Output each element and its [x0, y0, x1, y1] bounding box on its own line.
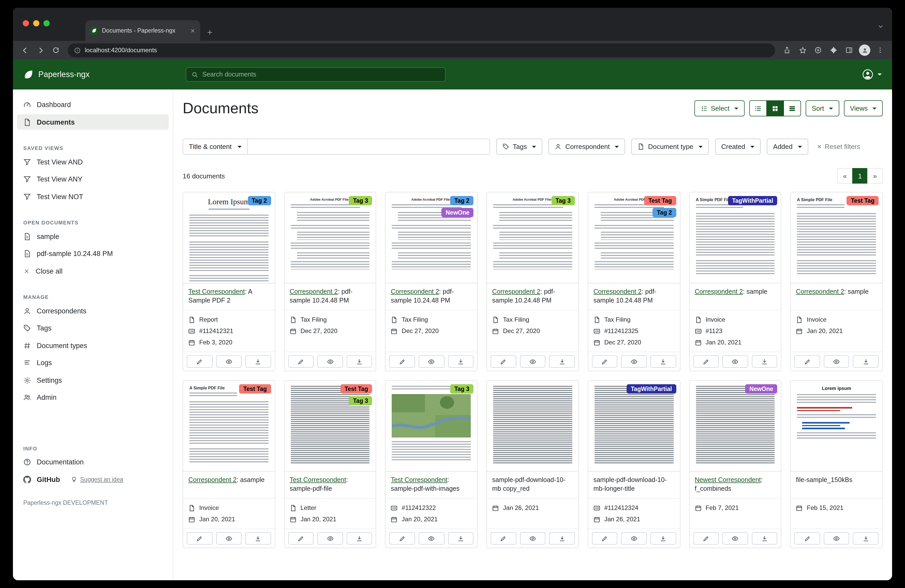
edit-document-button[interactable] — [794, 355, 820, 368]
filter-added-button[interactable]: Added — [767, 139, 808, 155]
tag-badge[interactable]: Test Tag — [340, 384, 372, 393]
document-correspondent-link[interactable]: Test Correspondent — [289, 476, 346, 483]
tag-badge[interactable]: Tag 3 — [450, 384, 473, 393]
download-document-button[interactable] — [650, 532, 676, 545]
document-card[interactable]: Lorem IpsumTag 2 Test Correspondent: A S… — [183, 192, 275, 371]
document-title[interactable]: file-sample_150kBs — [796, 476, 853, 483]
document-thumbnail[interactable] — [487, 380, 578, 472]
tag-badge[interactable]: Tag 2 — [450, 196, 473, 205]
edit-document-button[interactable] — [693, 355, 719, 368]
download-document-button[interactable] — [650, 355, 676, 368]
sidebar-item-documents[interactable]: Documents — [17, 114, 169, 130]
view-document-button[interactable] — [520, 532, 545, 545]
document-thumbnail[interactable]: A Simple PDF FileTest Tag — [183, 380, 275, 472]
side-panel-icon[interactable] — [842, 43, 856, 57]
browser-profile-avatar[interactable] — [859, 44, 870, 56]
window-minimize-button[interactable] — [33, 20, 39, 26]
document-card[interactable]: Lorem ipsum file-sample_150kBs Feb 15, 2… — [791, 380, 883, 548]
view-document-button[interactable] — [216, 355, 241, 368]
view-list-button[interactable] — [749, 100, 767, 116]
new-tab-button[interactable] — [206, 29, 213, 36]
view-document-button[interactable] — [216, 532, 241, 545]
document-thumbnail[interactable]: Adobe Acrobat PDF FilesTest TagTag 2 — [588, 192, 680, 284]
document-card[interactable]: Adobe Acrobat PDF FilesTag 3 Corresponde… — [284, 192, 376, 371]
document-card[interactable]: A Simple PDF FileTest Tag Correspondent … — [183, 380, 275, 548]
bookmark-star-icon[interactable] — [796, 43, 809, 57]
document-thumbnail[interactable]: A Simple PDF FileTagWithPartial — [689, 192, 781, 284]
sidebar-item-logs[interactable]: Logs — [17, 355, 169, 371]
sidebar-item-admin[interactable]: Admin — [17, 390, 169, 405]
document-thumbnail[interactable]: Tag 3 — [386, 380, 477, 472]
pagination-page-button[interactable]: 1 — [852, 168, 868, 184]
tab-list-chevron-icon[interactable] — [878, 23, 884, 30]
extensions-puzzle-icon[interactable] — [827, 43, 840, 57]
filter-created-button[interactable]: Created — [715, 139, 761, 155]
document-card[interactable]: Test TagTag 3 Test Correspondent: sample… — [284, 380, 376, 548]
sidebar-item-saved-view-any[interactable]: Test View ANY — [17, 171, 169, 187]
suggest-an-idea-link[interactable]: Suggest an idea — [71, 476, 123, 482]
download-document-button[interactable] — [549, 355, 575, 368]
document-card[interactable]: A Simple PDF FileTagWithPartial Correspo… — [689, 192, 781, 371]
tag-badge[interactable]: NewOne — [745, 384, 778, 393]
document-card[interactable]: Tag 3 Test Correspondent: sample-pdf-wit… — [385, 380, 478, 548]
window-close-button[interactable] — [23, 20, 29, 26]
sidebar-item-close-all[interactable]: Close all — [17, 263, 169, 279]
download-document-button[interactable] — [853, 532, 879, 545]
document-correspondent-link[interactable]: Test Correspondent — [391, 476, 447, 483]
tag-badge[interactable]: NewOne — [441, 208, 473, 217]
view-details-button[interactable] — [783, 100, 801, 116]
filter-field-dropdown[interactable]: Title & content — [183, 139, 248, 155]
document-card[interactable]: TagWithPartial sample-pdf-download-10-mb… — [588, 380, 680, 548]
edit-document-button[interactable] — [491, 532, 516, 545]
sidebar-item-documentation[interactable]: Documentation — [17, 454, 169, 470]
search-input[interactable] — [202, 71, 440, 78]
view-document-button[interactable] — [824, 532, 849, 545]
download-document-button[interactable] — [347, 532, 372, 545]
document-title[interactable]: : sample — [743, 288, 767, 295]
document-card[interactable]: A Simple PDF FileTest Tag Correspondent … — [791, 192, 883, 371]
sidebar-item-github[interactable]: GitHub Suggest an idea — [17, 472, 169, 487]
download-document-button[interactable] — [245, 355, 271, 368]
view-document-button[interactable] — [318, 355, 343, 368]
document-thumbnail[interactable]: Lorem ipsum — [791, 380, 882, 472]
document-thumbnail[interactable]: Adobe Acrobat PDF FilesTag 2NewOne — [386, 192, 477, 284]
pagination-next-button[interactable]: » — [867, 168, 883, 184]
document-thumbnail[interactable]: TagWithPartial — [588, 380, 680, 472]
edit-document-button[interactable] — [592, 355, 618, 368]
tag-badge[interactable]: Tag 3 — [349, 196, 372, 205]
sidebar-item-dashboard[interactable]: Dashboard — [17, 97, 169, 113]
tab-close-icon[interactable] — [190, 28, 195, 33]
reload-icon[interactable] — [49, 43, 63, 57]
tag-badge[interactable]: Test Tag — [644, 196, 676, 205]
edit-document-button[interactable] — [288, 532, 314, 545]
document-correspondent-link[interactable]: Correspondent 2 — [188, 476, 237, 483]
tag-badge[interactable]: Test Tag — [847, 196, 879, 205]
download-document-button[interactable] — [448, 355, 473, 368]
tag-badge[interactable]: Test Tag — [239, 384, 271, 393]
document-correspondent-link[interactable]: Test Correspondent — [188, 288, 245, 295]
document-correspondent-link[interactable]: Correspondent 2 — [391, 288, 439, 295]
tag-badge[interactable]: Tag 3 — [349, 396, 372, 406]
document-card[interactable]: Adobe Acrobat PDF FilesTag 3 Corresponde… — [486, 192, 579, 371]
download-document-button[interactable] — [347, 355, 372, 368]
reset-filters-button[interactable]: Reset filters — [816, 143, 860, 151]
view-document-button[interactable] — [824, 355, 849, 368]
edit-document-button[interactable] — [389, 355, 415, 368]
edit-document-button[interactable] — [693, 532, 719, 545]
download-document-button[interactable] — [853, 355, 879, 368]
view-grid-button[interactable] — [766, 100, 784, 116]
user-menu[interactable] — [862, 59, 882, 89]
document-thumbnail[interactable]: Lorem IpsumTag 2 — [183, 192, 275, 284]
site-info-icon[interactable] — [74, 47, 81, 54]
edit-document-button[interactable] — [491, 355, 516, 368]
view-document-button[interactable] — [520, 355, 545, 368]
document-card[interactable]: Adobe Acrobat PDF FilesTest TagTag 2 Cor… — [588, 192, 680, 371]
app-logo[interactable]: Paperless-ngx — [23, 69, 89, 80]
filter-document-type-button[interactable]: Document type — [632, 139, 709, 155]
sidebar-item-document-types[interactable]: Document types — [17, 338, 169, 353]
download-document-button[interactable] — [549, 532, 575, 545]
document-card[interactable]: Adobe Acrobat PDF FilesTag 2NewOne Corre… — [385, 192, 478, 371]
document-thumbnail[interactable]: NewOne — [689, 380, 781, 472]
document-card[interactable]: sample-pdf-download-10-mb copy_red Jan 2… — [486, 380, 579, 548]
document-thumbnail[interactable]: Test TagTag 3 — [284, 380, 376, 472]
